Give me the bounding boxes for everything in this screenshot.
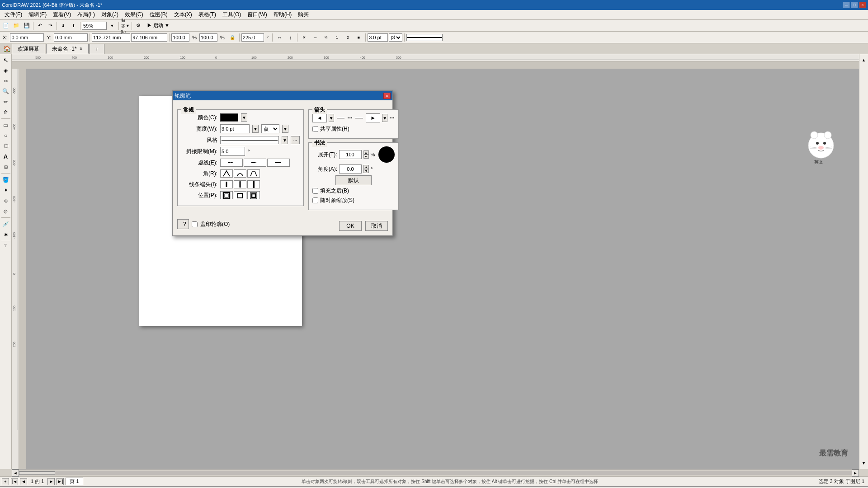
spread-row: 展开(T): ▲ ▼ %	[312, 146, 395, 163]
style-dropdown[interactable]: ▼	[282, 136, 288, 144]
corner-row: 角(R):	[181, 169, 300, 178]
svg-rect-49	[223, 192, 230, 199]
corner-round-button[interactable]	[234, 169, 246, 178]
arrow-section: 箭头 ◄ ▼ ··· ► ▼ ···	[308, 109, 399, 139]
default-btn-row: 默认	[312, 175, 395, 185]
svg-rect-39	[228, 162, 231, 163]
corner-bevel-button[interactable]	[247, 169, 260, 178]
cap-square-button[interactable]	[247, 180, 260, 188]
normal-section-title: 常规	[181, 106, 196, 114]
unit-dropdown-button[interactable]: ▼	[282, 125, 288, 133]
arrow-section-title: 箭头	[312, 106, 327, 114]
footer-left: ? 盖印轮廓(O)	[177, 219, 230, 229]
spread-label: 展开(T):	[312, 151, 337, 159]
arrow-right-btn[interactable]: ►	[366, 113, 380, 122]
fill-after-row: 填充之后(B)	[312, 187, 395, 195]
fill-after-checkbox[interactable]	[312, 188, 318, 194]
pos-inside-button[interactable]	[247, 191, 260, 199]
dialog-title-bar: 轮廓笔 ×	[173, 91, 392, 100]
angle-unit: °	[371, 166, 373, 172]
svg-rect-44	[275, 162, 281, 163]
dash-dashed-button[interactable]	[267, 159, 290, 167]
scale-checkbox[interactable]	[312, 197, 318, 203]
outline-dialog: 轮廓笔 × 常规 颜色(C): ▼	[172, 90, 393, 236]
help-button[interactable]: ?	[177, 219, 189, 229]
dash-dotted-button[interactable]	[244, 159, 266, 167]
miter-unit: °	[248, 149, 250, 154]
width-unit-select[interactable]: 点 mm	[261, 124, 279, 133]
spread-spinner: ▲ ▼	[363, 150, 369, 159]
fill-after-label: 填充之后(B)	[320, 187, 349, 195]
angle-label: 角度(A):	[312, 165, 337, 173]
dialog-right: 箭头 ◄ ▼ ··· ► ▼ ···	[308, 105, 399, 214]
print-outline-label: 盖印轮廓(O)	[200, 221, 230, 228]
position-options	[220, 191, 260, 199]
dash-label: 虚线(E):	[181, 159, 217, 167]
linecap-options	[220, 180, 260, 188]
pos-center-button[interactable]	[234, 191, 246, 199]
ok-button[interactable]: OK	[339, 221, 362, 231]
dialog-footer: ? 盖印轮廓(O) OK 取消	[177, 217, 388, 231]
calligraphy-section-title: 书法	[312, 139, 327, 147]
arrow-left-btn[interactable]: ◄	[312, 113, 327, 122]
angle-row: 角度(A): ▲ ▼ °	[312, 164, 395, 174]
outline-width-input[interactable]	[220, 124, 250, 133]
angle-input[interactable]	[339, 164, 362, 174]
cap-round-button[interactable]	[234, 180, 246, 188]
style-input-box[interactable]	[220, 136, 279, 144]
dialog-overlay: 轮廓笔 × 常规 颜色(C): ▼	[0, 0, 868, 488]
width-row: 宽度(W): ▼ 点 mm ▼	[181, 124, 300, 133]
style-row: 风格 ▼ ···	[181, 136, 300, 144]
arrow-dots: ···	[347, 114, 353, 122]
angle-spinner: ▲ ▼	[363, 165, 369, 173]
style-more[interactable]: ···	[291, 136, 300, 144]
width-dropdown-button[interactable]: ▼	[252, 125, 259, 133]
arrow-line2	[355, 118, 363, 118]
corner-options	[220, 169, 260, 178]
arrow-right-dropdown[interactable]: ▼	[382, 114, 387, 122]
svg-rect-52	[252, 194, 255, 197]
style-label: 风格	[181, 136, 217, 144]
spread-unit: %	[371, 152, 375, 157]
dialog-close-button[interactable]: ×	[383, 93, 391, 99]
width-label: 宽度(W):	[181, 125, 217, 133]
svg-rect-41	[232, 162, 233, 163]
scale-label: 随对象缩放(S)	[320, 197, 354, 204]
svg-rect-40	[231, 162, 232, 163]
color-swatch[interactable]	[220, 113, 238, 122]
angle-up-button[interactable]: ▲	[363, 165, 369, 169]
spread-down-button[interactable]: ▼	[363, 155, 369, 159]
print-outline-checkbox[interactable]	[192, 221, 198, 227]
miter-input[interactable]	[220, 147, 245, 156]
footer-buttons: OK 取消	[339, 221, 388, 231]
miter-label: 斜接限制(M):	[181, 148, 217, 155]
cancel-button[interactable]: 取消	[365, 221, 388, 231]
dialog-columns: 常规 颜色(C): ▼ 宽度(W): ▼	[177, 105, 388, 214]
cap-butt-button[interactable]	[220, 180, 233, 188]
arrow-row: ◄ ▼ ··· ► ▼ ···	[312, 113, 395, 122]
miter-row: 斜接限制(M): °	[181, 147, 300, 156]
arrow-line	[337, 118, 344, 118]
scale-row: 随对象缩放(S)	[312, 197, 395, 204]
arrow-dots2: ···	[389, 114, 395, 122]
angle-down-button[interactable]: ▼	[363, 169, 369, 173]
spread-up-button[interactable]: ▲	[363, 150, 369, 155]
dash-solid-button[interactable]	[220, 159, 243, 167]
calligraphy-section: 书法 展开(T): ▲ ▼ %	[308, 142, 399, 210]
share-props-checkbox[interactable]	[312, 126, 318, 132]
pos-outside-button[interactable]	[220, 191, 233, 199]
dash-options	[220, 159, 290, 167]
default-button[interactable]: 默认	[335, 175, 372, 185]
linecap-row: 线条端头(I):	[181, 180, 300, 188]
arrow-left-dropdown[interactable]: ▼	[329, 114, 334, 122]
calligraphy-preview	[378, 146, 395, 163]
corner-miter-button[interactable]	[220, 169, 233, 178]
position-label: 位置(P):	[181, 192, 217, 199]
spread-input[interactable]	[339, 150, 362, 159]
dialog-body: 常规 颜色(C): ▼ 宽度(W): ▼	[173, 100, 392, 235]
share-props-row: 共享属性(H)	[312, 125, 395, 133]
svg-rect-42	[251, 162, 255, 163]
color-dropdown-button[interactable]: ▼	[241, 113, 247, 122]
position-row: 位置(P):	[181, 191, 300, 199]
svg-rect-43	[255, 162, 256, 163]
